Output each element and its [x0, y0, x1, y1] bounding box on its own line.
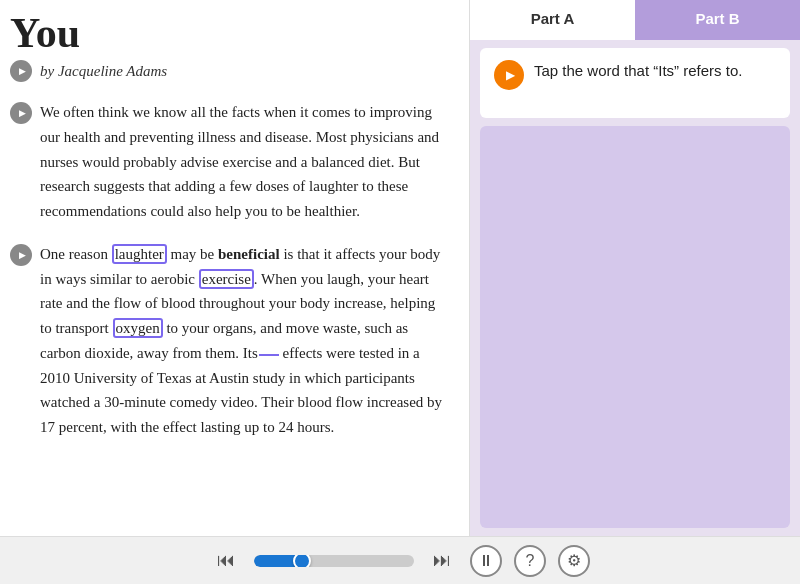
- para2-text: One reason laughter may be beneficial is…: [40, 242, 449, 440]
- question-box: Tap the word that “Its” refers to.: [480, 48, 790, 118]
- tab-part-b[interactable]: Part B: [635, 0, 800, 40]
- tabs-row: Part A Part B: [470, 0, 800, 40]
- settings-button[interactable]: ⚙: [558, 545, 590, 577]
- question-text: Tap the word that “Its” refers to.: [534, 60, 742, 83]
- para1-text: We often think we know all the facts whe…: [40, 100, 449, 224]
- progress-track[interactable]: [254, 555, 414, 567]
- author-line: by Jacqueline Adams: [10, 60, 449, 82]
- paragraph-2: One reason laughter may be beneficial is…: [10, 242, 449, 440]
- left-panel: You by Jacqueline Adams We often think w…: [0, 0, 470, 536]
- author-name: by Jacqueline Adams: [40, 63, 167, 80]
- bottom-bar: ⏮ ⏭ ⏸ ? ⚙: [0, 536, 800, 584]
- para1-audio-button[interactable]: [10, 102, 32, 124]
- article-title: You: [10, 10, 449, 56]
- word-its[interactable]: Its: [243, 345, 258, 361]
- title-section: You by Jacqueline Adams: [10, 10, 449, 82]
- pause-button[interactable]: ⏸: [470, 545, 502, 577]
- progress-thumb: [293, 555, 311, 567]
- skip-back-button[interactable]: ⏮: [210, 545, 242, 577]
- right-panel: Part A Part B Tap the word that “Its” re…: [470, 0, 800, 536]
- main-container: You by Jacqueline Adams We often think w…: [0, 0, 800, 536]
- question-audio-button[interactable]: [494, 60, 524, 90]
- word-beneficial[interactable]: beneficial: [218, 246, 280, 262]
- author-audio-button[interactable]: [10, 60, 32, 82]
- word-laughter[interactable]: laughter: [112, 244, 167, 264]
- skip-forward-button[interactable]: ⏭: [426, 545, 458, 577]
- answer-area[interactable]: [480, 126, 790, 528]
- paragraph-1: We often think we know all the facts whe…: [10, 100, 449, 224]
- help-button[interactable]: ?: [514, 545, 546, 577]
- word-exercise[interactable]: exercise: [199, 269, 254, 289]
- word-oxygen[interactable]: oxygen: [113, 318, 163, 338]
- para2-audio-button[interactable]: [10, 244, 32, 266]
- tab-part-a[interactable]: Part A: [470, 0, 635, 40]
